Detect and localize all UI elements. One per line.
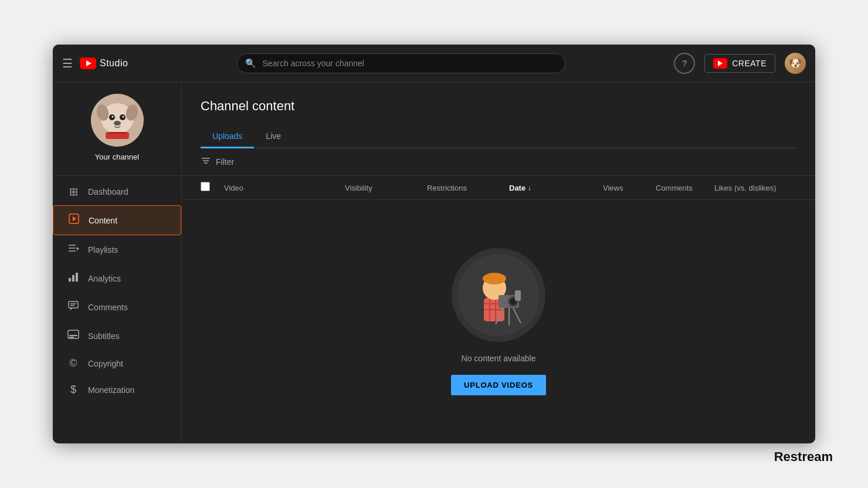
svg-point-10 [114,121,121,126]
table-select-all[interactable] [201,182,224,194]
subtitles-icon [67,328,80,343]
sidebar-item-playlists-label: Playlists [88,245,118,255]
subtitles-svg-icon [67,328,79,340]
select-all-checkbox[interactable] [201,182,210,191]
sidebar-item-monetization-label: Monetization [88,385,134,395]
sidebar-item-dashboard[interactable]: ⊞ Dashboard [53,178,181,205]
sidebar-item-content[interactable]: Content [53,205,181,235]
monetization-icon: $ [67,384,80,396]
tab-uploads-label: Uploads [212,131,242,141]
tab-uploads[interactable]: Uploads [201,126,254,148]
user-avatar[interactable]: 🐶 [785,53,806,74]
column-header-date[interactable]: Date ↓ [509,184,603,192]
content-icon [67,213,80,228]
table-header: Video Visibility Restrictions Date ↓ Vie… [182,176,815,200]
analytics-svg-icon [67,271,79,283]
upload-videos-button[interactable]: UPLOAD VIDEOS [451,375,546,395]
search-icon: 🔍 [245,58,256,69]
channel-avatar-svg [91,94,144,147]
empty-illustration [452,248,545,342]
sidebar-item-comments[interactable]: Comments [53,293,181,321]
sidebar-item-analytics-label: Analytics [88,274,121,283]
empty-state: No content available UPLOAD VIDEOS [182,200,815,443]
svg-rect-28 [69,337,74,338]
channel-name-label: Your channel [95,152,139,161]
logo-container: Studio [80,57,128,69]
comments-icon [67,300,80,314]
content-header: Channel content Uploads Live [182,82,815,148]
create-button[interactable]: CREATE [704,54,775,73]
content-svg-icon [68,213,80,225]
sidebar-item-subtitles[interactable]: Subtitles [53,321,181,350]
column-header-restrictions: Restrictions [427,184,509,192]
svg-rect-27 [69,335,77,336]
youtube-logo-icon [80,57,96,69]
svg-rect-43 [515,290,521,301]
svg-marker-14 [73,216,76,221]
column-header-comments: Comments [656,184,714,192]
create-video-icon [713,58,727,69]
search-wrapper: 🔍 [237,53,565,73]
tab-live[interactable]: Live [254,126,293,148]
sidebar-item-playlists[interactable]: Playlists [53,235,181,264]
sidebar-item-content-label: Content [89,216,117,225]
search-input[interactable] [237,53,565,73]
filter-bar: Filter [182,148,815,176]
filter-svg-icon [201,155,211,166]
sidebar: Your channel ⊞ Dashboard Content [53,82,182,443]
column-header-visibility: Visibility [345,184,427,192]
menu-icon[interactable]: ☰ [62,56,73,70]
svg-point-8 [111,116,113,118]
sort-arrow-icon: ↓ [528,184,531,191]
body: Your channel ⊞ Dashboard Content [53,82,815,443]
comments-svg-icon [67,300,79,311]
nav-divider-top [53,175,181,176]
sidebar-item-copyright[interactable]: © Copyright [53,350,181,377]
svg-rect-21 [76,273,78,282]
channel-avatar-image [91,94,144,147]
empty-state-text: No content available [462,354,536,363]
help-button[interactable]: ? [674,53,695,74]
create-button-label: CREATE [732,59,767,68]
tabs-container: Uploads Live [201,126,796,148]
copyright-icon: © [67,357,80,370]
svg-rect-19 [69,278,71,282]
search-bar: 🔍 [237,53,565,73]
svg-rect-22 [69,301,78,308]
sidebar-item-monetization[interactable]: $ Monetization [53,377,181,403]
svg-point-39 [483,273,506,284]
analytics-icon [67,271,80,286]
header: ☰ Studio 🔍 ? CREATE [53,45,815,82]
sidebar-item-dashboard-label: Dashboard [88,187,128,196]
playlists-svg-icon [67,242,79,254]
channel-avatar[interactable] [91,94,144,147]
main-content: Channel content Uploads Live [182,82,815,443]
header-left: ☰ Studio [62,56,179,70]
header-right: ? CREATE 🐶 [674,53,806,74]
column-header-views: Views [603,184,656,192]
svg-rect-12 [108,132,126,134]
svg-point-9 [122,116,124,118]
studio-logo-text: Studio [100,58,128,69]
filter-icon [201,155,211,168]
svg-marker-18 [77,247,79,250]
page-title: Channel content [201,99,796,114]
sidebar-item-copyright-label: Copyright [88,359,123,368]
sidebar-item-subtitles-label: Subtitles [88,331,120,341]
playlists-icon [67,242,80,257]
column-header-video: Video [224,184,345,192]
column-header-likes: Likes (vs. dislikes) [714,184,796,192]
svg-rect-20 [72,275,74,282]
sidebar-item-analytics[interactable]: Analytics [53,264,181,293]
avatar-image: 🐶 [785,53,806,74]
dashboard-icon: ⊞ [67,185,80,198]
filter-label: Filter [216,157,234,167]
tab-live-label: Live [266,131,281,141]
help-icon: ? [682,58,687,68]
watermark: Restream [774,449,833,465]
svg-marker-25 [70,308,73,310]
sidebar-item-comments-label: Comments [88,303,128,312]
cameraman-illustration [457,254,540,336]
